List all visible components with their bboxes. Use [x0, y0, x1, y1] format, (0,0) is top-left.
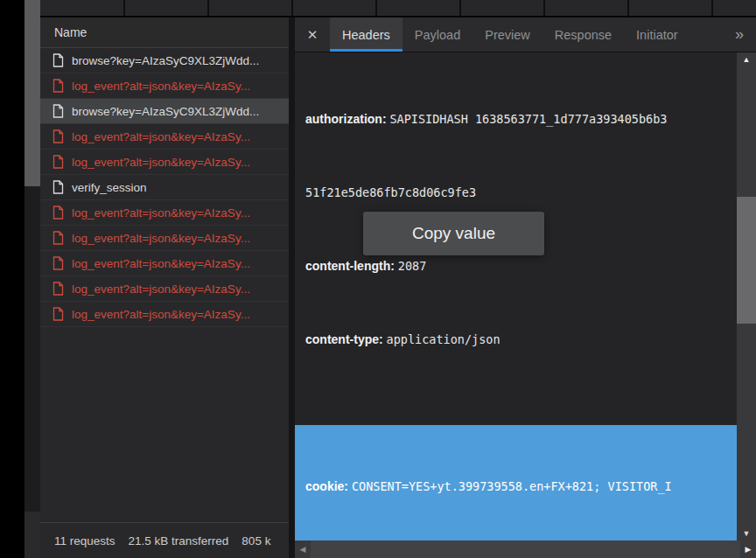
request-name-label: log_event?alt=json&key=AIzaSy...: [72, 308, 250, 321]
details-tab[interactable]: Initiator: [624, 17, 690, 52]
scroll-up-icon[interactable]: ▲: [737, 55, 756, 64]
file-icon: [52, 256, 64, 270]
vertical-scrollbar-thumb[interactable]: [737, 197, 756, 324]
header-value: SAPISIDHASH 1638563771_1d777a393405b6b3: [389, 112, 667, 126]
page-scrollbar-thumb[interactable]: [24, 0, 40, 186]
network-overview-timeline[interactable]: [40, 0, 756, 17]
request-row[interactable]: log_event?alt=json&key=AIzaSy...: [40, 200, 289, 226]
summary-stat: 21.5 kB transferred: [129, 534, 229, 548]
header-content-type: content-type: application/json: [305, 327, 737, 352]
file-icon: [52, 307, 64, 321]
file-icon: [52, 129, 64, 143]
request-name-label: log_event?alt=json&key=AIzaSy...: [72, 80, 250, 93]
file-icon: [52, 231, 64, 245]
panel-splitter[interactable]: [289, 17, 295, 558]
request-details-panel: ✕ HeadersPayloadPreviewResponseInitiator…: [295, 17, 756, 558]
headers-content: authorization: SAPISIDHASH 1638563771_1d…: [295, 52, 737, 541]
network-summary-bar: 11 requests21.5 kB transferred805 k: [40, 522, 289, 558]
file-icon: [52, 206, 64, 220]
scroll-down-icon[interactable]: ▼: [737, 529, 756, 538]
request-name-label: log_event?alt=json&key=AIzaSy...: [72, 282, 250, 296]
horizontal-scrollbar-thumb[interactable]: [311, 541, 740, 558]
file-icon: [52, 79, 64, 93]
request-row[interactable]: log_event?alt=json&key=AIzaSy...: [40, 124, 289, 150]
request-name-label: log_event?alt=json&key=AIzaSy...: [72, 206, 250, 220]
header-name: cookie:: [305, 479, 352, 493]
network-main-area: Name browse?key=AIzaSyC9XL3ZjWdd...: [40, 17, 756, 558]
request-list-panel: Name browse?key=AIzaSyC9XL3ZjWdd...: [40, 17, 289, 558]
close-icon[interactable]: ✕: [295, 17, 330, 52]
header-name: content-length:: [305, 259, 398, 273]
request-name-label: log_event?alt=json&key=AIzaSy...: [72, 156, 250, 169]
request-row[interactable]: log_event?alt=json&key=AIzaSy...: [40, 150, 289, 175]
cookie-header-selected-value[interactable]: cookie: CONSENT=YES+yt.399739558.en+FX+8…: [295, 425, 737, 541]
summary-stat: 805 k: [242, 534, 270, 548]
request-row[interactable]: log_event?alt=json&key=AIzaSy...: [40, 276, 289, 302]
request-row[interactable]: log_event?alt=json&key=AIzaSy...: [40, 73, 289, 99]
request-row[interactable]: log_event?alt=json&key=AIzaSy...: [40, 251, 289, 276]
request-name-label: browse?key=AIzaSyC9XL3ZjWdd...: [72, 105, 259, 118]
page-scrollbar[interactable]: [24, 0, 40, 558]
headers-tab-body: authorization: SAPISIDHASH 1638563771_1d…: [295, 52, 756, 541]
header-value: 2087: [398, 259, 427, 273]
file-icon: [52, 180, 64, 194]
summary-stat: 11 requests: [54, 534, 116, 548]
header-name: authorization:: [305, 112, 389, 126]
request-name-label: log_event?alt=json&key=AIzaSy...: [72, 130, 250, 143]
details-tab[interactable]: Headers: [330, 17, 402, 52]
details-tab[interactable]: Preview: [472, 17, 542, 52]
cookie-line: cookie: CONSENT=YES+yt.399739558.en+FX+8…: [305, 474, 737, 499]
name-column-header[interactable]: Name: [40, 17, 289, 48]
header-name: content-type:: [305, 332, 387, 346]
request-row[interactable]: browse?key=AIzaSyC9XL3ZjWdd...: [40, 99, 289, 124]
file-icon: [52, 104, 64, 118]
header-value: CONSENT=YES+yt.399739558.en+FX+821; VISI…: [352, 479, 672, 493]
request-name-label: verify_session: [72, 181, 147, 194]
page-scrollbar-foot: [24, 512, 40, 558]
details-tab-bar: ✕ HeadersPayloadPreviewResponseInitiator…: [295, 17, 756, 52]
request-row[interactable]: verify_session: [40, 175, 289, 200]
request-row[interactable]: log_event?alt=json&key=AIzaSy...: [40, 226, 289, 251]
headers-vertical-scrollbar[interactable]: ▲ ▼: [737, 52, 756, 541]
details-tabs: HeadersPayloadPreviewResponseInitiator: [330, 17, 690, 52]
header-authorization-line1: authorization: SAPISIDHASH 1638563771_1d…: [305, 107, 737, 131]
headers-horizontal-scrollbar[interactable]: ◀ ▶: [295, 541, 756, 558]
request-row[interactable]: log_event?alt=json&key=AIzaSy...: [40, 302, 289, 327]
request-name-label: browse?key=AIzaSyC9XL3ZjWdd...: [72, 54, 259, 67]
scroll-left-icon[interactable]: ◀: [295, 545, 311, 554]
devtools-network-panel: Name browse?key=AIzaSyC9XL3ZjWdd...: [40, 0, 756, 558]
header-content-length: content-length: 2087: [305, 254, 737, 278]
file-icon: [52, 282, 64, 296]
request-row[interactable]: browse?key=AIzaSyC9XL3ZjWdd...: [40, 48, 289, 73]
scroll-right-icon[interactable]: ▶: [740, 545, 756, 554]
file-icon: [52, 155, 64, 169]
copy-value-menu-item[interactable]: Copy value: [363, 212, 544, 255]
header-value: application/json: [387, 332, 500, 346]
request-name-label: log_event?alt=json&key=AIzaSy...: [72, 257, 250, 270]
request-list: browse?key=AIzaSyC9XL3ZjWdd... log_event…: [40, 48, 289, 522]
more-tabs-icon[interactable]: »: [723, 17, 756, 52]
request-name-label: log_event?alt=json&key=AIzaSy...: [72, 232, 250, 245]
details-tab[interactable]: Response: [542, 17, 624, 52]
details-tab[interactable]: Payload: [402, 17, 472, 52]
header-authorization-line2: 51f21e5de86fb7c8d06c9fe3: [305, 180, 737, 205]
file-icon: [52, 53, 64, 67]
